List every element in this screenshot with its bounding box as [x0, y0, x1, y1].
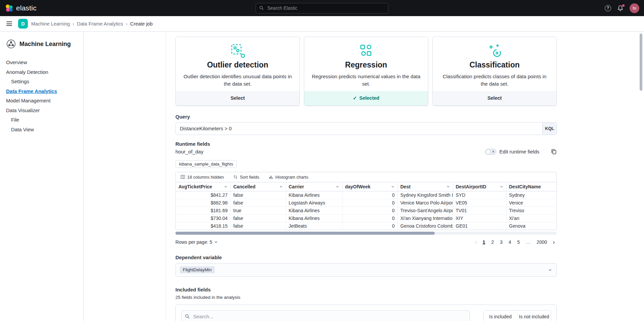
sort-fields-label: Sort fields — [240, 175, 259, 180]
help-icon[interactable]: ? — [605, 5, 611, 11]
notifications-bell-icon[interactable] — [617, 5, 624, 11]
column-header-dayofweek[interactable]: dayOfWeek — [342, 182, 397, 191]
job-type-card-regression[interactable]: Regression Regression predicts numerical… — [304, 37, 428, 106]
is-included-filter-button[interactable]: Is included — [484, 311, 517, 321]
rows-per-page-button[interactable]: Rows per page: 5 — [175, 239, 218, 245]
grid-cell[interactable]: Logstash Airways — [286, 199, 342, 207]
select-classification-button[interactable]: Select — [433, 91, 556, 105]
fields-search[interactable] — [181, 310, 470, 321]
grid-cell[interactable]: $882.98 — [176, 199, 230, 207]
columns-hidden-label: 18 columns hidden — [187, 175, 224, 180]
source-index-badge[interactable]: kibana_sample_data_flights — [175, 160, 237, 168]
grid-cell[interactable]: Xi'an — [506, 214, 557, 222]
sort-fields-button[interactable]: Sort fields — [232, 174, 261, 180]
regression-selected-button[interactable]: ✓ Selected — [304, 91, 428, 105]
space-badge[interactable]: D — [18, 19, 28, 29]
grid-cell[interactable]: $418.15 — [176, 222, 230, 230]
grid-cell[interactable]: $181.69 — [176, 207, 230, 214]
edit-runtime-toggle[interactable]: ✕ — [485, 149, 496, 155]
menu-icon[interactable] — [3, 18, 15, 30]
query-bar: KQL — [175, 122, 557, 135]
vertical-scrollbar[interactable] — [640, 34, 642, 91]
page-button-1[interactable]: 1 — [480, 239, 488, 245]
sidebar-item-file[interactable]: File — [6, 115, 79, 125]
column-header-destairportid[interactable]: DestAirportID — [453, 182, 506, 191]
grid-cell[interactable]: false — [230, 191, 286, 199]
grid-cell[interactable]: Xi'an Xianyang Internatio... — [397, 214, 453, 222]
global-search-input[interactable] — [267, 5, 385, 11]
histogram-charts-button[interactable]: Histogram charts — [267, 174, 310, 180]
is-not-included-filter-button[interactable]: Is not included — [517, 311, 551, 321]
grid-cell[interactable]: $841.27 — [176, 191, 230, 199]
job-type-card-outlier-detection[interactable]: Outlier detection Outlier detection iden… — [175, 37, 300, 106]
grid-cell[interactable]: 0 — [342, 214, 397, 222]
page-button-5[interactable]: 5 — [515, 239, 522, 245]
select-outlier-detection-button[interactable]: Select — [176, 91, 300, 105]
sidebar-item-data-view[interactable]: Data View — [6, 125, 79, 135]
copy-icon[interactable] — [551, 149, 557, 154]
grid-cell[interactable]: 0 — [342, 222, 397, 230]
grid-cell[interactable]: Venice — [506, 199, 557, 207]
grid-cell[interactable]: TV01 — [453, 207, 506, 214]
sidebar-item-anomaly-detection[interactable]: Anomaly Detection — [6, 67, 79, 77]
grid-cell[interactable]: true — [230, 207, 286, 214]
elastic-logo[interactable]: elastic — [5, 4, 37, 12]
chevron-down-icon — [214, 240, 218, 244]
next-page-icon[interactable]: › — [551, 239, 557, 246]
grid-cell[interactable]: Kibana Airlines — [286, 191, 342, 199]
grid-cell[interactable]: JetBeats — [286, 222, 342, 230]
breadcrumb-data-frame-analytics[interactable]: Data Frame Analytics — [77, 21, 123, 27]
avatar[interactable]: tu — [630, 3, 639, 13]
columns-hidden-button[interactable]: 18 columns hidden — [179, 174, 225, 180]
grid-cell[interactable]: 0 — [342, 207, 397, 214]
column-header-cancelled[interactable]: Cancelled — [230, 182, 286, 191]
page-button-3[interactable]: 3 — [497, 239, 505, 245]
grid-cell[interactable]: false — [230, 214, 286, 222]
grid-cell[interactable]: Kibana Airlines — [286, 207, 342, 214]
grid-cell[interactable]: false — [230, 222, 286, 230]
grid-cell[interactable]: Kibana Airlines — [286, 214, 342, 222]
horizontal-scrollbar[interactable] — [175, 232, 557, 235]
grid-cell[interactable]: Genoa Cristoforo Colomb... — [397, 222, 453, 230]
job-type-card-classification[interactable]: Classification Classification predicts c… — [432, 37, 557, 106]
prev-page-icon[interactable]: ‹ — [473, 239, 479, 246]
grid-cell[interactable]: Venice Marco Polo Airport — [397, 199, 453, 207]
sidebar-item-overview[interactable]: Overview — [6, 58, 79, 67]
page-button-2000[interactable]: 2000 — [534, 239, 549, 245]
main-panel: Outlier detection Outlier detection iden… — [84, 32, 644, 321]
page-button-4[interactable]: 4 — [506, 239, 514, 245]
dependent-variable-pill[interactable]: FlightDelayMin — [180, 266, 215, 273]
sidebar-item-data-visualizer[interactable]: Data Visualizer — [6, 106, 79, 116]
runtime-fields-label: Runtime fields — [175, 141, 557, 147]
column-header-avgticketprice[interactable]: AvgTicketPrice — [176, 182, 230, 191]
grid-cell[interactable]: SYD — [453, 191, 506, 199]
sidebar-item-settings[interactable]: Settings — [6, 77, 79, 87]
kql-button[interactable]: KQL — [542, 123, 556, 135]
column-header-dest[interactable]: Dest — [397, 182, 453, 191]
grid-cell[interactable]: $730.04 — [176, 214, 230, 222]
grid-cell[interactable]: VE05 — [453, 199, 506, 207]
grid-cell[interactable]: 0 — [342, 199, 397, 207]
sidebar-item-data-frame-analytics[interactable]: Data Frame Analytics — [6, 87, 79, 96]
sidebar-item-model-management[interactable]: Model Management — [6, 96, 79, 106]
chevron-down-icon — [391, 185, 395, 189]
column-header-carrier[interactable]: Carrier — [286, 182, 342, 191]
grid-cell[interactable]: Sydney — [506, 191, 557, 199]
column-header-destcityname[interactable]: DestCityName — [506, 182, 557, 191]
grid-cell[interactable]: Sydney Kingsford Smith I... — [397, 191, 453, 199]
scrollbar-thumb[interactable] — [175, 232, 435, 235]
query-input[interactable] — [176, 123, 556, 135]
grid-cell[interactable]: 0 — [342, 191, 397, 199]
dependent-variable-select[interactable]: FlightDelayMin — [175, 263, 557, 277]
page-button-2[interactable]: 2 — [489, 239, 496, 245]
grid-cell[interactable]: Genova — [506, 222, 557, 230]
grid-cell[interactable]: XIY — [453, 214, 506, 222]
grid-cell[interactable]: GE01 — [453, 222, 506, 230]
grid-cell[interactable]: false — [230, 199, 286, 207]
edit-runtime-fields-label[interactable]: Edit runtime fields — [499, 149, 539, 154]
global-search[interactable] — [256, 3, 388, 13]
fields-search-input[interactable] — [193, 313, 466, 320]
grid-cell[interactable]: Treviso — [506, 207, 557, 214]
breadcrumb-machine-learning[interactable]: Machine Learning — [31, 21, 70, 27]
grid-cell[interactable]: Treviso-Sant'Angelo Airport — [397, 207, 453, 214]
